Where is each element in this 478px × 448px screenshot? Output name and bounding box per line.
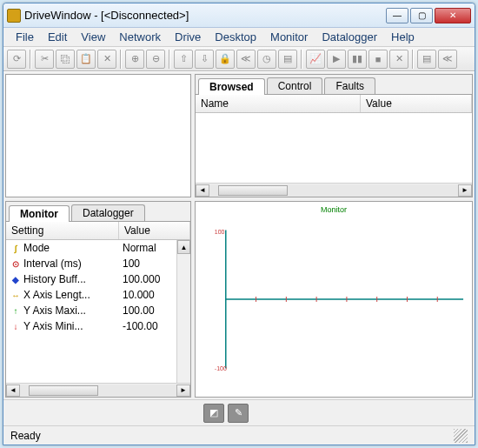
browsed-hscroll[interactable]: ◄ ► [196,183,472,197]
setting-label: Mode [23,242,50,254]
page-icon[interactable]: ▤ [278,50,297,69]
setting-label: X Axis Lengt... [23,289,90,301]
row-icon: ↓ [10,320,22,332]
close-button[interactable]: ✕ [435,8,471,23]
chart-svg: 100 -100 [196,202,472,397]
menu-network[interactable]: Network [112,30,168,43]
cut-icon[interactable]: ✂ [35,50,54,69]
maximize-button[interactable]: ▢ [410,8,433,23]
delete-icon[interactable]: ✕ [97,50,116,69]
col-value[interactable]: Value [361,95,472,112]
table-row[interactable]: ↔X Axis Lengt...10.000 [6,287,176,303]
menu-edit[interactable]: Edit [41,30,74,43]
menubar: File Edit View Network Drive Desktop Mon… [3,28,475,47]
chart-pane[interactable]: Monitor 100 -100 [195,201,473,398]
setting-value: 100.000 [119,273,176,285]
upload-icon[interactable]: ⇧ [174,50,193,69]
browsed-tabs: Browsed Control Faults [196,75,472,95]
col-setting[interactable]: Setting [6,222,119,239]
scroll-up-icon[interactable]: ▲ [177,240,190,254]
setting-label: Y Axis Mini... [23,320,83,332]
monitor-vscroll[interactable]: ▲ [176,240,190,383]
tab-datalogger[interactable]: Datalogger [71,204,145,221]
monitor-header: Setting Value [6,222,190,240]
menu-datalogger[interactable]: Datalogger [315,30,384,43]
table-row[interactable]: ◆History Buff...100.000 [6,271,176,287]
table-row[interactable]: ∫ModeNormal [6,240,176,256]
record-icon[interactable]: ▮▮ [348,50,367,69]
log-icon[interactable]: ▤ [417,50,436,69]
app-window: DriveWindow - [<Disconnected>] — ▢ ✕ Fil… [3,3,475,445]
scroll-right-icon[interactable]: ► [458,184,472,197]
monitor-pane: Monitor Datalogger Setting Value ∫ModeNo… [5,201,191,398]
status-text: Ready [10,430,41,442]
tool2-icon[interactable]: ✎ [228,404,249,423]
stop-icon[interactable]: ■ [368,50,388,69]
menu-view[interactable]: View [74,30,112,43]
monitor-body[interactable]: ∫ModeNormal⊙Interval (ms)100◆History Buf… [6,240,176,383]
app-icon [7,9,21,23]
menu-help[interactable]: Help [384,30,422,43]
scroll-left2-icon[interactable]: ◄ [6,384,20,397]
lock-icon[interactable]: 🔒 [216,50,235,69]
download-icon[interactable]: ⇩ [195,50,214,69]
table-row[interactable]: ⊙Interval (ms)100 [6,256,176,271]
row-icon: ∫ [10,242,22,254]
setting-value: 10.000 [119,289,176,301]
refresh-icon[interactable]: ⟳ [7,50,26,69]
menu-monitor[interactable]: Monitor [263,30,315,43]
setting-label: History Buff... [23,273,86,285]
col-name[interactable]: Name [196,95,361,112]
setting-label: Y Axis Maxi... [23,304,86,317]
copy-icon[interactable]: ⿻ [56,50,75,69]
col-value2[interactable]: Value [119,222,190,239]
statusbar: Ready [3,425,475,445]
monitor-hscroll[interactable]: ◄ ► [6,383,190,397]
tab-browsed[interactable]: Browsed [198,78,265,95]
tab-monitor[interactable]: Monitor [9,205,70,222]
play-icon[interactable]: ▶ [327,50,346,69]
browsed-header: Name Value [196,95,472,113]
resize-grip-icon[interactable] [454,429,468,443]
tab-control[interactable]: Control [267,77,323,94]
setting-value: 100 [119,257,176,270]
minimize-button[interactable]: — [386,8,408,23]
menu-desktop[interactable]: Desktop [208,30,263,43]
tree-pane[interactable] [5,74,191,197]
browsed-body[interactable] [196,113,472,183]
scroll-thumb[interactable] [218,185,288,196]
content-area: Browsed Control Faults Name Value ◄ ► Mo… [3,71,475,399]
chart-icon[interactable]: 📈 [306,50,325,69]
paste-icon[interactable]: 📋 [76,50,96,69]
row-icon: ↔ [10,289,22,301]
zoom-in-icon[interactable]: ⊕ [125,50,144,69]
rewind2-icon[interactable]: ≪ [438,50,457,69]
scroll-thumb2[interactable] [29,385,98,396]
menu-file[interactable]: File [9,30,41,43]
browsed-pane: Browsed Control Faults Name Value ◄ ► [195,74,473,197]
setting-label: Interval (ms) [23,257,82,270]
rewind-icon[interactable]: ≪ [236,50,256,69]
table-row[interactable]: ↑Y Axis Maxi...100.00 [6,303,176,318]
toolbar: ⟳ ✂ ⿻ 📋 ✕ ⊕ ⊖ ⇧ ⇩ 🔒 ≪ ◷ ▤ 📈 ▶ ▮▮ ■ ✕ ▤ ≪ [3,47,475,71]
tool1-icon[interactable]: ◩ [203,404,224,423]
titlebar[interactable]: DriveWindow - [<Disconnected>] — ▢ ✕ [3,3,475,28]
setting-value: Normal [119,242,176,254]
setting-value: 100.00 [119,304,176,317]
monitor-chart: Monitor 100 -100 [196,202,472,397]
svg-text:100: 100 [215,229,225,235]
svg-text:-100: -100 [215,365,227,371]
setting-value: -100.00 [119,320,176,332]
row-icon: ◆ [10,273,22,285]
row-icon: ⊙ [10,257,22,270]
row-icon: ↑ [10,304,22,317]
zoom-out-icon[interactable]: ⊖ [146,50,165,69]
clear-icon[interactable]: ✕ [389,50,408,69]
table-row[interactable]: ↓Y Axis Mini...-100.00 [6,318,176,334]
clock-icon[interactable]: ◷ [257,50,276,69]
bottom-toolbar: ◩ ✎ [3,399,475,425]
scroll-right2-icon[interactable]: ► [176,384,190,397]
menu-drive[interactable]: Drive [168,30,208,43]
scroll-left-icon[interactable]: ◄ [196,184,209,197]
tab-faults[interactable]: Faults [324,77,375,94]
